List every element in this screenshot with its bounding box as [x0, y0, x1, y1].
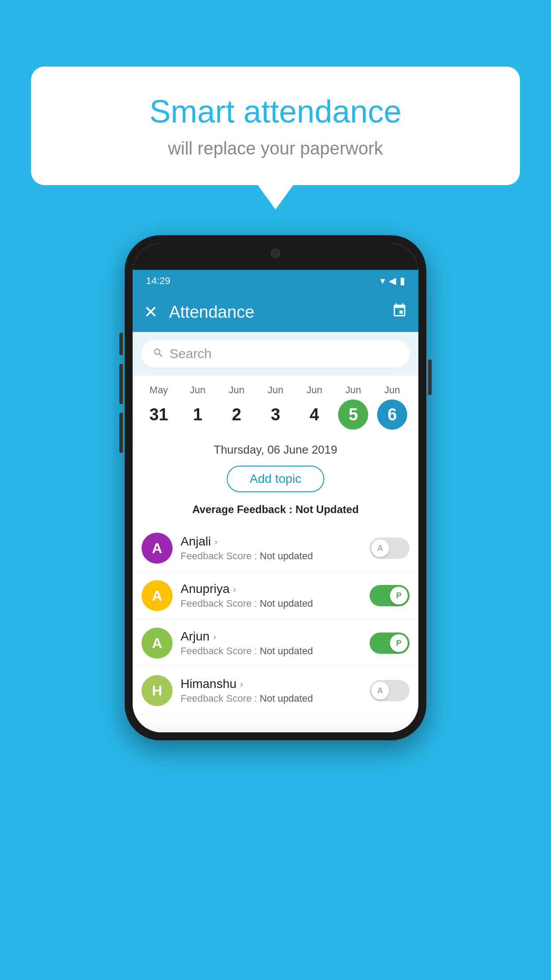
- student-name: Anjali ›: [181, 534, 362, 549]
- toggle-knob: A: [371, 539, 389, 557]
- avatar: A: [142, 628, 173, 659]
- calendar-day[interactable]: Jun2: [219, 384, 254, 430]
- feedback-score: Feedback Score : Not updated: [181, 550, 362, 562]
- cal-date-number[interactable]: 3: [260, 399, 291, 430]
- bottom-fade: [133, 715, 418, 732]
- toggle-switch[interactable]: P: [370, 585, 409, 606]
- phone-frame: 14:29 ▾ ◀ ▮ ✕ Attendance: [125, 235, 426, 740]
- avatar: A: [142, 580, 173, 611]
- toggle-switch[interactable]: A: [370, 680, 409, 701]
- status-time: 14:29: [146, 275, 170, 287]
- calendar-strip: May31Jun1Jun2Jun3Jun4Jun5Jun6: [133, 375, 418, 434]
- add-topic-button[interactable]: Add topic: [227, 466, 325, 492]
- speech-bubble-arrow: [258, 185, 293, 209]
- feedback-score: Feedback Score : Not updated: [181, 693, 362, 704]
- attendance-toggle[interactable]: A: [370, 680, 409, 701]
- cal-date-number[interactable]: 1: [183, 399, 213, 430]
- average-feedback: Average Feedback : Not Updated: [133, 499, 418, 525]
- chevron-right-icon: ›: [214, 537, 217, 547]
- search-bar[interactable]: Search: [142, 340, 409, 368]
- calendar-day[interactable]: Jun4: [297, 384, 332, 430]
- calendar-day[interactable]: Jun6: [374, 384, 410, 430]
- feedback-value: Not updated: [260, 693, 313, 704]
- signal-icon: ◀: [389, 275, 396, 287]
- chevron-right-icon: ›: [233, 584, 236, 594]
- feedback-score: Feedback Score : Not updated: [181, 598, 362, 609]
- toggle-knob: P: [390, 587, 408, 605]
- student-item[interactable]: HHimanshu ›Feedback Score : Not updatedA: [133, 667, 418, 715]
- cal-date-number[interactable]: 6: [377, 399, 407, 430]
- cal-month-label: Jun: [229, 384, 244, 396]
- cal-month-label: May: [150, 384, 168, 396]
- phone-wrapper: 14:29 ▾ ◀ ▮ ✕ Attendance: [125, 235, 426, 740]
- student-name: Anupriya ›: [181, 582, 362, 596]
- search-icon: [153, 347, 164, 360]
- notch-area: [133, 243, 418, 270]
- notch: [249, 243, 302, 263]
- attendance-toggle[interactable]: P: [370, 632, 409, 654]
- student-list: AAnjali ›Feedback Score : Not updatedAAA…: [133, 525, 418, 715]
- wifi-icon: ▾: [380, 275, 385, 287]
- battery-icon: ▮: [400, 275, 405, 287]
- volume-down-button[interactable]: [119, 413, 123, 453]
- volume-silent-button[interactable]: [119, 333, 123, 355]
- cal-date-number[interactable]: 5: [338, 399, 368, 430]
- feedback-value: Not updated: [260, 598, 313, 609]
- calendar-day[interactable]: Jun3: [258, 384, 293, 430]
- front-camera: [271, 249, 280, 258]
- selected-date-section: Thursday, 06 June 2019: [133, 434, 418, 459]
- status-bar: 14:29 ▾ ◀ ▮: [133, 270, 418, 292]
- speech-bubble-title: Smart attendance: [67, 93, 484, 130]
- status-icons: ▾ ◀ ▮: [380, 275, 405, 287]
- attendance-toggle[interactable]: A: [370, 537, 409, 559]
- toggle-knob: A: [371, 682, 389, 699]
- student-item[interactable]: AArjun ›Feedback Score : Not updatedP: [133, 620, 418, 667]
- avg-feedback-value: Not Updated: [295, 503, 359, 515]
- cal-date-number[interactable]: 31: [144, 399, 174, 430]
- chevron-right-icon: ›: [213, 632, 216, 642]
- close-button[interactable]: ✕: [144, 302, 158, 322]
- cal-date-number[interactable]: 4: [299, 399, 330, 430]
- power-button[interactable]: [428, 360, 432, 395]
- speech-bubble: Smart attendance will replace your paper…: [31, 67, 520, 185]
- student-info: Arjun ›Feedback Score : Not updated: [181, 629, 362, 657]
- search-placeholder: Search: [169, 346, 212, 361]
- toggle-knob: P: [390, 634, 408, 652]
- toggle-switch[interactable]: A: [370, 537, 409, 559]
- cal-month-label: Jun: [307, 384, 322, 396]
- avatar: A: [142, 533, 173, 564]
- feedback-value: Not updated: [260, 645, 313, 656]
- avg-feedback-label: Average Feedback :: [192, 503, 295, 515]
- speech-bubble-subtitle: will replace your paperwork: [67, 138, 484, 158]
- phone-screen: 14:29 ▾ ◀ ▮ ✕ Attendance: [133, 243, 418, 732]
- student-name: Himanshu ›: [181, 677, 362, 691]
- selected-date-text: Thursday, 06 June 2019: [214, 443, 337, 456]
- feedback-value: Not updated: [260, 550, 313, 561]
- calendar-icon[interactable]: [392, 303, 407, 322]
- calendar-day[interactable]: Jun1: [180, 384, 216, 430]
- avatar: H: [142, 675, 173, 706]
- student-name: Arjun ›: [181, 629, 362, 644]
- calendar-day[interactable]: May31: [141, 384, 177, 430]
- volume-up-button[interactable]: [119, 364, 123, 404]
- cal-month-label: Jun: [190, 384, 205, 396]
- app-bar-title: Attendance: [169, 303, 392, 322]
- chevron-right-icon: ›: [240, 679, 243, 689]
- student-info: Himanshu ›Feedback Score : Not updated: [181, 677, 362, 704]
- feedback-score: Feedback Score : Not updated: [181, 645, 362, 657]
- student-item[interactable]: AAnjali ›Feedback Score : Not updatedA: [133, 525, 418, 572]
- add-topic-section: Add topic: [133, 459, 418, 499]
- student-info: Anupriya ›Feedback Score : Not updated: [181, 582, 362, 609]
- student-info: Anjali ›Feedback Score : Not updated: [181, 534, 362, 562]
- attendance-toggle[interactable]: P: [370, 585, 409, 606]
- cal-month-label: Jun: [268, 384, 283, 396]
- toggle-switch[interactable]: P: [370, 632, 409, 654]
- cal-date-number[interactable]: 2: [221, 399, 252, 430]
- app-bar: ✕ Attendance: [133, 292, 418, 332]
- cal-month-label: Jun: [346, 384, 361, 396]
- search-container: Search: [133, 332, 418, 375]
- speech-bubble-wrapper: Smart attendance will replace your paper…: [31, 67, 520, 209]
- cal-month-label: Jun: [384, 384, 400, 396]
- calendar-day[interactable]: Jun5: [335, 384, 371, 430]
- student-item[interactable]: AAnupriya ›Feedback Score : Not updatedP: [133, 572, 418, 620]
